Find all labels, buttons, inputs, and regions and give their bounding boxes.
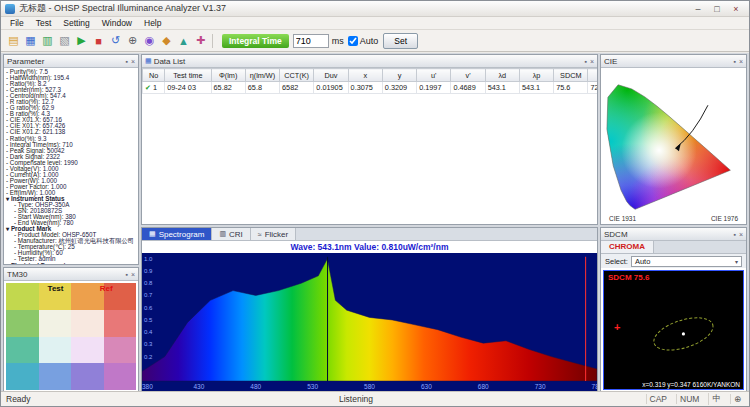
pin-icon[interactable]: ▪ xyxy=(733,58,735,65)
tm30-cell xyxy=(71,283,104,310)
column-header[interactable]: Duv xyxy=(314,69,348,82)
column-header[interactable]: x xyxy=(348,69,382,82)
parameter-value: 25 xyxy=(68,243,75,250)
column-header[interactable]: u' xyxy=(417,69,451,82)
parameter-panel-header: Parameter ▪ × xyxy=(4,55,138,68)
tab-spectrogram[interactable]: ▦Spectrogram xyxy=(142,228,212,240)
maximize-button[interactable]: □ xyxy=(708,2,726,15)
column-header[interactable]: y xyxy=(382,69,416,82)
status-left: Ready xyxy=(6,394,31,404)
menu-file[interactable]: File xyxy=(4,17,30,30)
title-bar[interactable]: 无标题 - OHSP Spectral Illuminance Analyzer… xyxy=(1,1,749,17)
play-icon[interactable]: ▶ xyxy=(73,32,90,50)
chart-icon[interactable]: ▲ xyxy=(175,32,192,50)
integral-time-input[interactable] xyxy=(293,34,329,48)
x-tick-label: 480 xyxy=(250,383,261,390)
parameter-group[interactable]: ▾ Electrical Parameter xyxy=(6,263,136,265)
tm30-chart: Test Ref xyxy=(6,283,136,390)
y-tick-label: 0.8 xyxy=(144,280,152,286)
parameter-value: 195.4 xyxy=(54,74,70,81)
column-header[interactable]: η(lm/W) xyxy=(245,69,279,82)
export-icon[interactable]: ▥ xyxy=(39,32,56,50)
column-header[interactable]: Φ(lm) xyxy=(211,69,245,82)
status-center: Listening xyxy=(339,394,373,404)
sdcm-select-dropdown[interactable]: Auto ▾ xyxy=(631,256,742,267)
menu-test[interactable]: Test xyxy=(30,17,58,30)
pin-icon[interactable]: ▪ xyxy=(584,58,586,65)
table-cell: 0.01905 xyxy=(314,82,348,94)
parameter-list: - Purity(%): 7.5- HalfWidth(nm): 195.4- … xyxy=(4,68,138,264)
tab-flicker[interactable]: ≈Flicker xyxy=(251,228,296,240)
tm30-cell xyxy=(6,337,39,364)
status-item: CAP xyxy=(646,394,670,404)
tm30-cell xyxy=(71,363,104,390)
camera-icon[interactable]: ◉ xyxy=(141,32,158,50)
pin-icon[interactable]: ▪ xyxy=(125,58,127,65)
close-icon[interactable]: × xyxy=(739,231,743,238)
table-row[interactable]: ✔109-24 0365.8265.865820.019050.30750.32… xyxy=(143,82,598,94)
close-icon[interactable]: × xyxy=(739,58,743,65)
sdcm-panel: SDCM ▪ × CHROMA Select: Auto ▾ SDCM 75.6… xyxy=(600,227,747,393)
spectro-tabbar: ▦Spectrogram▥CRI≈Flicker xyxy=(142,228,597,241)
x-tick-label: 680 xyxy=(478,383,489,390)
tm30-cell xyxy=(39,337,72,364)
refresh-icon[interactable]: ↺ xyxy=(107,32,124,50)
auto-checkbox[interactable] xyxy=(348,36,358,46)
sdcm-coordinates: x=0.319 y=0.347 6160K/YANKON xyxy=(642,381,740,388)
pin-icon[interactable]: ▪ xyxy=(733,231,735,238)
menu-help[interactable]: Help xyxy=(138,17,167,30)
menu-setting[interactable]: Setting xyxy=(57,17,95,30)
cie-1976-label[interactable]: CIE 1976 xyxy=(711,215,738,224)
close-button[interactable]: × xyxy=(727,2,745,15)
spectrum-plot[interactable]: 1.00.90.80.70.60.50.40.30.2 xyxy=(142,253,597,383)
column-header[interactable]: Ra xyxy=(588,69,597,82)
cie-panel-title: CIE xyxy=(604,57,617,66)
open-icon[interactable]: ▤ xyxy=(5,32,22,50)
close-icon[interactable]: × xyxy=(131,58,135,65)
column-header[interactable]: λd xyxy=(485,69,519,82)
save-icon[interactable]: ▦ xyxy=(22,32,39,50)
datalist-body: ✔109-24 0365.8265.865820.019050.30750.32… xyxy=(143,82,598,94)
table-cell: 75.6 xyxy=(554,82,588,94)
sdcm-chart[interactable]: SDCM 75.6 + x=0.319 y=0.347 6160K/YANKON xyxy=(603,270,744,390)
set-button[interactable]: Set xyxy=(383,33,418,49)
tm30-panel-header: TM30 ▪ × xyxy=(4,268,138,281)
data-table-scroll[interactable]: NoTest timeΦ(lm)η(lm/W)CCT(K)Duvxyu'v'λd… xyxy=(142,68,597,224)
main-toolbar: ▤▦▥▧▶■↺⊕◉◆▲✚ Integral Time ms Auto Set xyxy=(1,30,749,52)
tab-cri[interactable]: ▥CRI xyxy=(212,228,250,240)
status-item: ⊕ xyxy=(730,394,744,404)
y-tick-label: 0.7 xyxy=(144,292,152,298)
zoom-icon[interactable]: ⊕ xyxy=(124,32,141,50)
print-icon[interactable]: ▧ xyxy=(56,32,73,50)
column-header[interactable]: v' xyxy=(451,69,485,82)
table-cell: ✔1 xyxy=(143,82,165,94)
spectrogram-chart: Wave: 543.1nm Value: 0.810uW/cm²/nm xyxy=(142,241,597,392)
cie-1931-label[interactable]: CIE 1931 xyxy=(609,215,636,224)
compare-icon[interactable]: ◆ xyxy=(158,32,175,50)
column-header[interactable]: λp xyxy=(519,69,553,82)
x-tick-label: 780 xyxy=(592,383,598,390)
y-tick-label: 0.5 xyxy=(144,317,152,323)
table-cell: 0.1997 xyxy=(417,82,451,94)
sdcm-select-row: Select: Auto ▾ xyxy=(601,254,746,268)
tab-chroma[interactable]: CHROMA xyxy=(601,241,654,253)
sdcm-tabbar: CHROMA xyxy=(601,241,746,254)
close-icon[interactable]: × xyxy=(590,58,594,65)
sdcm-badge: SDCM 75.6 xyxy=(608,273,649,282)
pin-icon[interactable]: ▪ xyxy=(125,271,127,278)
menu-window[interactable]: Window xyxy=(96,17,138,30)
y-tick-label: 0.9 xyxy=(144,268,152,274)
cell-text: 1 xyxy=(153,83,157,92)
status-right: CAPNUM中⊕ xyxy=(646,393,744,405)
x-tick-label: 430 xyxy=(193,383,204,390)
cie-diagram[interactable]: CIE 1931 CIE 1976 xyxy=(601,68,746,224)
close-icon[interactable]: × xyxy=(131,271,135,278)
column-header[interactable]: No xyxy=(143,69,165,82)
column-header[interactable]: Test time xyxy=(165,69,211,82)
stop-icon[interactable]: ■ xyxy=(90,32,107,50)
table-cell: 543.1 xyxy=(519,82,553,94)
settings-icon[interactable]: ✚ xyxy=(192,32,209,50)
minimize-button[interactable]: – xyxy=(689,2,707,15)
column-header[interactable]: CCT(K) xyxy=(280,69,314,82)
column-header[interactable]: SDCM xyxy=(554,69,588,82)
